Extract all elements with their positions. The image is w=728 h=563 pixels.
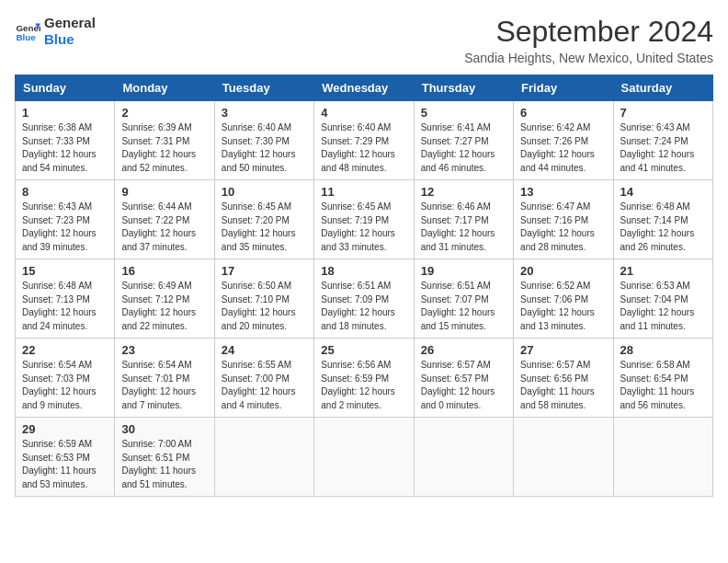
- day-number: 22: [22, 343, 108, 357]
- day-detail: Sunrise: 6:49 AM Sunset: 7:12 PM Dayligh…: [121, 280, 207, 333]
- calendar-cell: [314, 418, 414, 497]
- calendar-cell: 7Sunrise: 6:43 AM Sunset: 7:24 PM Daylig…: [613, 101, 712, 180]
- day-number: 26: [421, 343, 506, 357]
- day-number: 27: [520, 343, 606, 357]
- calendar-cell: 6Sunrise: 6:42 AM Sunset: 7:26 PM Daylig…: [514, 101, 613, 180]
- logo-blue: Blue: [44, 31, 96, 48]
- day-detail: Sunrise: 6:41 AM Sunset: 7:27 PM Dayligh…: [421, 121, 506, 175]
- header-tuesday: Tuesday: [214, 75, 313, 101]
- day-detail: Sunrise: 6:57 AM Sunset: 6:56 PM Dayligh…: [520, 359, 606, 412]
- day-detail: Sunrise: 6:38 AM Sunset: 7:33 PM Dayligh…: [22, 121, 108, 175]
- calendar-week-5: 29Sunrise: 6:59 AM Sunset: 6:53 PM Dayli…: [16, 418, 713, 497]
- calendar-table: SundayMondayTuesdayWednesdayThursdayFrid…: [15, 75, 713, 497]
- day-detail: Sunrise: 6:51 AM Sunset: 7:07 PM Dayligh…: [421, 280, 506, 333]
- calendar-cell: 21Sunrise: 6:53 AM Sunset: 7:04 PM Dayli…: [613, 259, 712, 339]
- day-detail: Sunrise: 6:48 AM Sunset: 7:13 PM Dayligh…: [22, 280, 108, 333]
- day-detail: Sunrise: 6:57 AM Sunset: 6:57 PM Dayligh…: [421, 359, 506, 412]
- day-number: 13: [520, 185, 606, 199]
- header-wednesday: Wednesday: [314, 75, 414, 101]
- day-number: 19: [421, 264, 506, 278]
- calendar-cell: [214, 418, 313, 497]
- calendar-cell: 14Sunrise: 6:48 AM Sunset: 7:14 PM Dayli…: [613, 180, 712, 259]
- day-number: 24: [222, 343, 307, 357]
- calendar-cell: 9Sunrise: 6:44 AM Sunset: 7:22 PM Daylig…: [115, 180, 214, 259]
- calendar-cell: [514, 418, 613, 497]
- calendar-week-4: 22Sunrise: 6:54 AM Sunset: 7:03 PM Dayli…: [16, 339, 713, 418]
- day-detail: Sunrise: 6:51 AM Sunset: 7:09 PM Dayligh…: [321, 280, 406, 333]
- day-detail: Sunrise: 6:54 AM Sunset: 7:01 PM Dayligh…: [121, 359, 207, 412]
- day-detail: Sunrise: 6:44 AM Sunset: 7:22 PM Dayligh…: [121, 201, 207, 254]
- calendar-cell: 15Sunrise: 6:48 AM Sunset: 7:13 PM Dayli…: [16, 259, 115, 339]
- calendar-week-1: 1Sunrise: 6:38 AM Sunset: 7:33 PM Daylig…: [16, 101, 713, 180]
- day-number: 4: [321, 106, 406, 120]
- day-number: 16: [121, 264, 207, 278]
- calendar-cell: 12Sunrise: 6:46 AM Sunset: 7:17 PM Dayli…: [414, 180, 513, 259]
- day-number: 18: [321, 264, 406, 278]
- day-number: 6: [520, 106, 606, 120]
- day-number: 15: [22, 264, 108, 278]
- day-detail: Sunrise: 6:48 AM Sunset: 7:14 PM Dayligh…: [620, 201, 706, 254]
- day-detail: Sunrise: 6:40 AM Sunset: 7:30 PM Dayligh…: [222, 121, 307, 175]
- header-thursday: Thursday: [414, 75, 513, 101]
- day-detail: Sunrise: 7:00 AM Sunset: 6:51 PM Dayligh…: [121, 438, 207, 491]
- calendar-cell: 20Sunrise: 6:52 AM Sunset: 7:06 PM Dayli…: [514, 259, 613, 339]
- calendar-cell: 25Sunrise: 6:56 AM Sunset: 6:59 PM Dayli…: [314, 339, 414, 418]
- calendar-cell: 10Sunrise: 6:45 AM Sunset: 7:20 PM Dayli…: [214, 180, 313, 259]
- calendar-cell: 18Sunrise: 6:51 AM Sunset: 7:09 PM Dayli…: [314, 259, 414, 339]
- calendar-cell: 1Sunrise: 6:38 AM Sunset: 7:33 PM Daylig…: [16, 101, 115, 180]
- calendar-cell: 8Sunrise: 6:43 AM Sunset: 7:23 PM Daylig…: [16, 180, 115, 259]
- day-detail: Sunrise: 6:52 AM Sunset: 7:06 PM Dayligh…: [520, 280, 606, 333]
- day-number: 7: [620, 106, 706, 120]
- day-number: 12: [421, 185, 506, 199]
- calendar-cell: 4Sunrise: 6:40 AM Sunset: 7:29 PM Daylig…: [314, 101, 414, 180]
- calendar-cell: 16Sunrise: 6:49 AM Sunset: 7:12 PM Dayli…: [115, 259, 214, 339]
- calendar-cell: 3Sunrise: 6:40 AM Sunset: 7:30 PM Daylig…: [214, 101, 313, 180]
- day-detail: Sunrise: 6:42 AM Sunset: 7:26 PM Dayligh…: [520, 121, 606, 175]
- day-detail: Sunrise: 6:40 AM Sunset: 7:29 PM Dayligh…: [321, 121, 406, 175]
- header-saturday: Saturday: [613, 75, 712, 101]
- day-number: 21: [620, 264, 706, 278]
- calendar-cell: 29Sunrise: 6:59 AM Sunset: 6:53 PM Dayli…: [16, 418, 115, 497]
- calendar-cell: 23Sunrise: 6:54 AM Sunset: 7:01 PM Dayli…: [115, 339, 214, 418]
- day-detail: Sunrise: 6:53 AM Sunset: 7:04 PM Dayligh…: [620, 280, 706, 333]
- calendar-cell: 22Sunrise: 6:54 AM Sunset: 7:03 PM Dayli…: [16, 339, 115, 418]
- day-number: 5: [421, 106, 506, 120]
- calendar-cell: 30Sunrise: 7:00 AM Sunset: 6:51 PM Dayli…: [115, 418, 214, 497]
- day-number: 14: [620, 185, 706, 199]
- day-number: 11: [321, 185, 406, 199]
- day-detail: Sunrise: 6:47 AM Sunset: 7:16 PM Dayligh…: [520, 201, 606, 254]
- day-number: 8: [22, 185, 108, 199]
- day-number: 17: [222, 264, 307, 278]
- calendar-cell: 27Sunrise: 6:57 AM Sunset: 6:56 PM Dayli…: [514, 339, 613, 418]
- day-number: 20: [520, 264, 606, 278]
- calendar-cell: 28Sunrise: 6:58 AM Sunset: 6:54 PM Dayli…: [613, 339, 712, 418]
- calendar-cell: [613, 418, 712, 497]
- day-detail: Sunrise: 6:50 AM Sunset: 7:10 PM Dayligh…: [222, 280, 307, 333]
- calendar-cell: 5Sunrise: 6:41 AM Sunset: 7:27 PM Daylig…: [414, 101, 513, 180]
- subtitle: Sandia Heights, New Mexico, United State…: [464, 51, 713, 65]
- header: General Blue General Blue September 2024…: [15, 15, 713, 65]
- day-number: 2: [121, 106, 207, 120]
- day-detail: Sunrise: 6:45 AM Sunset: 7:20 PM Dayligh…: [222, 201, 307, 254]
- day-number: 3: [222, 106, 307, 120]
- day-number: 25: [321, 343, 406, 357]
- calendar-week-3: 15Sunrise: 6:48 AM Sunset: 7:13 PM Dayli…: [16, 259, 713, 339]
- calendar-cell: 11Sunrise: 6:45 AM Sunset: 7:19 PM Dayli…: [314, 180, 414, 259]
- calendar-cell: 2Sunrise: 6:39 AM Sunset: 7:31 PM Daylig…: [115, 101, 214, 180]
- day-detail: Sunrise: 6:55 AM Sunset: 7:00 PM Dayligh…: [222, 359, 307, 412]
- calendar-cell: 13Sunrise: 6:47 AM Sunset: 7:16 PM Dayli…: [514, 180, 613, 259]
- header-monday: Monday: [115, 75, 214, 101]
- month-title: September 2024: [464, 15, 713, 49]
- calendar-body: 1Sunrise: 6:38 AM Sunset: 7:33 PM Daylig…: [16, 101, 713, 497]
- day-number: 30: [121, 422, 207, 436]
- day-number: 23: [121, 343, 207, 357]
- calendar-week-2: 8Sunrise: 6:43 AM Sunset: 7:23 PM Daylig…: [16, 180, 713, 259]
- calendar-cell: 17Sunrise: 6:50 AM Sunset: 7:10 PM Dayli…: [214, 259, 313, 339]
- calendar-header-row: SundayMondayTuesdayWednesdayThursdayFrid…: [16, 75, 713, 101]
- calendar-cell: 24Sunrise: 6:55 AM Sunset: 7:00 PM Dayli…: [214, 339, 313, 418]
- calendar-cell: [414, 418, 513, 497]
- calendar-cell: 26Sunrise: 6:57 AM Sunset: 6:57 PM Dayli…: [414, 339, 513, 418]
- day-number: 28: [620, 343, 706, 357]
- day-number: 9: [121, 185, 207, 199]
- day-detail: Sunrise: 6:46 AM Sunset: 7:17 PM Dayligh…: [421, 201, 506, 254]
